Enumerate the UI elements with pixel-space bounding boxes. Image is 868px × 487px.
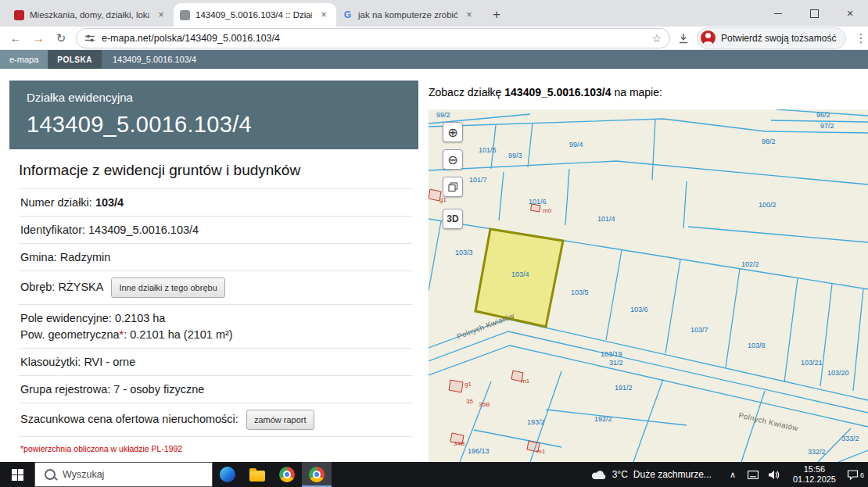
listing-site-favicon (14, 10, 24, 20)
zoom-in-button[interactable]: ⊕ (443, 122, 463, 142)
row-value: 103/4 (95, 196, 124, 209)
row-label: Klasoużytki: (20, 356, 81, 368)
order-report-button[interactable]: zamów raport (246, 410, 314, 430)
building-label: m0 (543, 207, 552, 214)
row-land-use: Klasoużytki: RVI - orne (19, 349, 412, 376)
weather-desc: Duże zachmurze... (633, 469, 712, 480)
map-3d-button[interactable]: 3D (443, 209, 463, 229)
chrome-icon (309, 467, 325, 482)
profile-avatar (701, 30, 716, 45)
zoom-out-button[interactable]: ⊖ (443, 149, 463, 170)
row-area: Pole ewidencyjne: 0.2103 ha Pow. geometr… (19, 305, 412, 349)
edge-icon (220, 467, 235, 482)
browser-tab-google[interactable]: G jak na komputerze zrobić zrzut × (336, 3, 482, 27)
refresh-icon[interactable]: ↻ (53, 31, 69, 45)
parcel-label-31/2: 31/2 (609, 359, 623, 367)
address-bar[interactable]: e-mapa.net/polska/143409_5.0016.103/4 ☆ (76, 28, 670, 48)
map-caption: Zobacz działkę 143409_5.0016.103/4 na ma… (429, 86, 662, 98)
tab-title: 143409_5.0016.103/4 :: Działka (195, 10, 312, 20)
building-label: 35 (466, 398, 473, 405)
layers-button[interactable] (443, 177, 463, 197)
url-text[interactable]: e-mapa.net/polska/143409_5.0016.103/4 (102, 33, 645, 44)
search-icon (45, 469, 56, 480)
new-tab-button[interactable]: + (486, 5, 507, 25)
chrome-app-button[interactable] (272, 462, 302, 487)
row-label: Obręb: (20, 281, 55, 293)
panel-header-label: Działka ewidencyjna (27, 91, 401, 104)
tab-close-icon[interactable]: × (317, 9, 330, 21)
row-value: 0.2103 ha (115, 312, 166, 324)
row-label: Numer działki: (20, 196, 92, 209)
parcel-label-332/2: 332/2 (808, 448, 826, 456)
row-label: Pow. geometryczna (20, 328, 120, 341)
pl1992-footnote: *powierzchnia obliczona w układzie PL-19… (20, 444, 412, 453)
building-label: m1 (521, 378, 530, 385)
browser-tab-mieszkania[interactable]: Mieszkania, domy, działki, lokal × (8, 3, 174, 27)
file-explorer-button[interactable] (242, 462, 272, 487)
identity-chip-label: Potwierdź swoją tożsamość (721, 33, 836, 44)
taskbar-clock[interactable]: 15:56 01.12.2025 (793, 464, 836, 485)
volume-icon[interactable] (768, 470, 780, 480)
edge-app-button[interactable] (213, 462, 242, 487)
row-value: RVI - orne (84, 356, 135, 368)
parcel-label-99/4: 99/4 (569, 141, 583, 149)
parcel-label-101/6: 101/6 (529, 198, 547, 206)
site-tab-emapa[interactable]: e-mapa (0, 50, 48, 69)
taskbar-search[interactable]: Wyszukaj (34, 462, 213, 487)
row-label: Grupa rejestrowa: (20, 383, 110, 396)
windows-logo-icon (12, 469, 23, 481)
bookmark-star-icon[interactable]: ☆ (651, 32, 662, 45)
parcel-label-103/20: 103/20 (827, 369, 849, 377)
start-button[interactable] (0, 462, 34, 487)
back-icon[interactable]: ← (8, 31, 23, 45)
download-icon[interactable] (677, 32, 690, 45)
cloud-icon (591, 469, 607, 480)
site-tab-parcel-id[interactable]: 143409_5.0016.103/4 (102, 50, 206, 69)
browser-menu-icon[interactable]: ⋮ (855, 31, 866, 45)
row-label: Identyfikator: (20, 224, 85, 236)
map-viewport[interactable]: 99/296/297/298/299/4101/599/3101/7101/61… (429, 109, 868, 462)
weather-widget[interactable]: 3°C Duże zachmurze... (591, 469, 712, 480)
site-settings-icon[interactable] (84, 33, 95, 44)
map-controls: ⊕ ⊖ 3D (443, 122, 463, 229)
street-name-label: Polnych Kwiatów (738, 410, 799, 432)
other-parcels-button[interactable]: Inne działki z tego obrębu (111, 278, 224, 298)
windows-taskbar: Wyszukaj 3°C Duże zachmurze... ∧ (0, 462, 868, 487)
browser-tab-emapa[interactable]: 143409_5.0016.103/4 :: Działka × (174, 3, 336, 27)
close-window-button[interactable]: × (832, 0, 868, 27)
action-center-button[interactable]: 6 (847, 469, 859, 480)
row-identifier: Identyfikator: 143409_5.0016.103/4 (19, 217, 412, 244)
row-obreb: Obręb: RŻYSKAInne działki z tego obrębu (19, 271, 412, 305)
site-tab-polska[interactable]: POLSKA (48, 50, 102, 69)
parcel-label-101/4: 101/4 (597, 215, 615, 223)
parcel-label-103/7: 103/7 (690, 326, 708, 334)
tab-close-icon[interactable]: × (155, 9, 167, 21)
system-tray: 3°C Duże zachmurze... ∧ 15:56 01.12.2025… (591, 462, 868, 487)
parcel-label-101/7: 101/7 (469, 176, 487, 184)
hidden-icons-chevron[interactable]: ∧ (730, 470, 736, 480)
row-value: 0.2101 ha (2101 m²) (130, 328, 232, 341)
street-name-label: Polnych Kwiatów (456, 311, 516, 341)
building-label: 34B (454, 440, 464, 447)
row-parcel-number: Numer działki: 103/4 (19, 189, 412, 217)
minimize-button[interactable] (760, 0, 796, 27)
search-placeholder: Wyszukaj (63, 469, 104, 480)
parcel-label-103/5: 103/5 (571, 288, 589, 296)
clock-time: 15:56 (793, 464, 836, 474)
parcel-label-103/4: 103/4 (511, 270, 529, 278)
parcel-label-98/2: 98/2 (762, 138, 776, 145)
cadastral-map[interactable]: 99/296/297/298/299/4101/599/3101/7101/61… (429, 109, 868, 462)
google-favicon: G (343, 10, 353, 20)
tab-close-icon[interactable]: × (463, 9, 475, 21)
identity-confirmation-chip[interactable]: Potwierdź swoją tożsamość (697, 27, 846, 49)
maximize-button[interactable] (796, 0, 832, 27)
parcel-label-103/19: 103/19 (601, 350, 622, 358)
section-title-egib: Informacje z ewidencji gruntów i budynkó… (19, 162, 412, 179)
colon: : (124, 328, 127, 341)
notification-count-badge: 6 (860, 471, 864, 479)
touch-keyboard-icon[interactable] (748, 471, 759, 479)
row-label: Pole ewidencyjne: (20, 312, 112, 324)
building-label: m1 (536, 448, 546, 455)
forward-icon[interactable]: → (30, 31, 46, 45)
chrome-active-window-button[interactable] (302, 462, 332, 487)
